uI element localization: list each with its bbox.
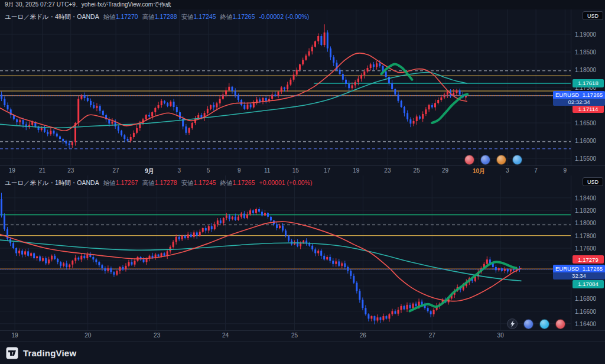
candle-body [18, 251, 20, 253]
candle-body [30, 254, 32, 256]
currency-toggle-button[interactable]: USD [583, 11, 603, 20]
candle-body [348, 84, 350, 88]
candle-body [161, 101, 162, 105]
price-scale-1h[interactable]: USD 1.184001.182001.180001.178001.176001… [571, 176, 605, 330]
candle-body [285, 230, 287, 236]
time-tick-label: 9 [564, 167, 567, 174]
candle-body [440, 98, 442, 100]
candle-body [255, 209, 257, 213]
candle-body [391, 83, 393, 89]
candle-body [223, 218, 225, 223]
candle-body [220, 220, 222, 223]
candle-body [152, 256, 154, 258]
candle-body [176, 107, 178, 112]
reaction-emoji-button[interactable] [539, 319, 549, 329]
indicator-price-label: 1.17114 [573, 105, 604, 113]
candle-body [173, 102, 175, 107]
candle-body [391, 311, 393, 314]
candle-body [317, 251, 319, 253]
candle-body [136, 128, 138, 133]
legend-open: 始値1.17270 [103, 13, 138, 21]
candle-body [335, 261, 337, 264]
candle-body [246, 105, 248, 109]
candle-body [145, 115, 147, 119]
candle-body [190, 235, 192, 237]
candle-body [510, 269, 512, 271]
candle-body [48, 259, 50, 263]
candle-body [394, 89, 396, 95]
bar-countdown-label: 32:34 [553, 272, 605, 280]
price-tick-label: 1.15500 [575, 155, 596, 162]
candle-body [370, 316, 372, 318]
legend-change: -0.00002 (-0.00%) [259, 13, 310, 20]
candle-body [22, 120, 24, 124]
candle-body [199, 232, 201, 235]
candle-body [121, 131, 122, 135]
chart-canvas[interactable] [0, 9, 571, 165]
candle-body [258, 209, 260, 212]
candle-body [87, 98, 89, 101]
candle-body [229, 216, 230, 219]
candle-body [188, 128, 190, 133]
boost-bolt-button[interactable] [507, 318, 518, 329]
candle-body [300, 243, 301, 246]
candle-body [486, 259, 488, 264]
candle-body [118, 126, 119, 131]
candle-body [101, 265, 103, 268]
candle-body [425, 109, 427, 114]
time-tick-label: 19 [9, 167, 15, 174]
tradingview-wordmark[interactable]: TradingView [23, 348, 76, 358]
candle-body [409, 119, 411, 124]
reaction-emoji-button[interactable] [523, 319, 534, 329]
candle-body [434, 103, 436, 107]
tradingview-logo-icon[interactable] [6, 347, 18, 359]
candle-body [401, 306, 402, 310]
chart-canvas[interactable] [0, 176, 571, 330]
time-axis-4h[interactable]: 192123279月3591115171923252910月379 [0, 165, 605, 176]
candle-body [119, 267, 121, 271]
time-tick-label: 3 [178, 167, 181, 174]
candle-body [317, 36, 319, 41]
legend-high: 高値1.17288 [142, 13, 177, 21]
candle-body [253, 103, 255, 107]
candle-body [437, 100, 439, 103]
reaction-emoji-button[interactable] [480, 155, 490, 165]
chart-plot-4h[interactable] [0, 9, 571, 165]
candle-body [154, 108, 156, 112]
time-tick-label: 9月 [145, 167, 154, 176]
candle-body [127, 139, 129, 141]
time-axis-1h[interactable]: 1920232425262730 [0, 330, 605, 342]
candle-body [332, 261, 334, 264]
candle-body [404, 107, 405, 113]
candle-body [404, 306, 405, 309]
legend-low: 安値1.17245 [181, 13, 216, 21]
candle-body [187, 235, 189, 238]
candle-body [63, 264, 64, 266]
reaction-bar [464, 155, 522, 165]
currency-toggle-button[interactable]: USD [583, 177, 603, 186]
candle-body [428, 105, 430, 109]
candle-body [353, 276, 354, 283]
reaction-emoji-button[interactable] [512, 155, 522, 165]
candle-body [139, 124, 141, 128]
reaction-emoji-button[interactable] [464, 155, 474, 165]
candle-body [351, 85, 353, 88]
price-tick-label: 1.16800 [575, 295, 596, 302]
price-scale-4h[interactable]: USD 1.190001.185001.180001.175001.170001… [571, 9, 605, 165]
candle-body [350, 271, 352, 276]
reaction-emoji-button[interactable] [496, 155, 506, 165]
candle-body [401, 101, 402, 107]
candle-body [232, 217, 233, 219]
time-tick-label: 27 [429, 332, 435, 339]
time-tick-label: 19 [12, 332, 18, 339]
time-tick-label: 10月 [473, 167, 485, 176]
candle-body [327, 32, 328, 48]
reaction-emoji-button[interactable] [555, 319, 565, 329]
candle-body [24, 251, 26, 254]
candle-body [208, 226, 210, 230]
chart-legend-4h: ユーロ／米ドル・4時間・OANDA 始値1.17270 高値1.17288 安値… [5, 13, 309, 21]
candle-body [305, 56, 307, 60]
candle-body [83, 256, 85, 258]
chart-plot-1h[interactable] [0, 176, 571, 330]
candle-body [302, 60, 304, 64]
